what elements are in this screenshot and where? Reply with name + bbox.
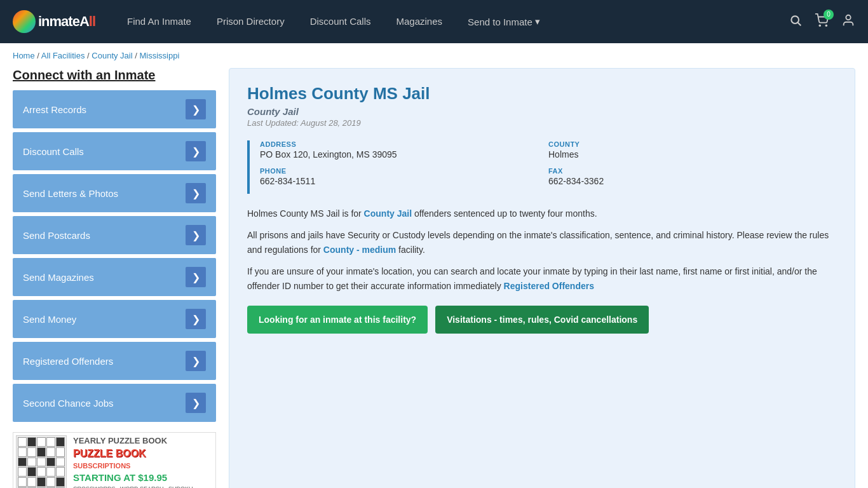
arrow-icon: ❯ [186, 183, 206, 203]
sidebar-ad[interactable]: YEARLY PUZZLE BOOK PUZZLE BOOK SUBSCRIPT… [13, 432, 216, 488]
sidebar-item-send-money[interactable]: Send Money ❯ [13, 300, 216, 338]
logo-icon [13, 10, 36, 33]
arrow-icon: ❯ [186, 141, 206, 161]
facility-type: County Jail [247, 106, 837, 117]
phone-value: 662-834-1511 [260, 176, 548, 186]
ad-puzzle-label: PUZZLE BOOK [73, 448, 207, 459]
arrow-icon: ❯ [186, 393, 206, 413]
facility-card: Holmes County MS Jail County Jail Last U… [229, 68, 855, 488]
county-medium-link[interactable]: County - medium [323, 245, 396, 255]
registered-offenders-link[interactable]: Registered Offenders [504, 281, 594, 291]
nav-prison-directory[interactable]: Prison Directory [217, 16, 285, 27]
ad-yearly-label: YEARLY PUZZLE BOOK [73, 436, 207, 445]
address-label: ADDRESS [260, 140, 548, 148]
arrow-icon: ❯ [186, 267, 206, 287]
ad-sub-label: SUBSCRIPTIONS [73, 462, 207, 470]
main-content: Connect with an Inmate Arrest Records ❯ … [0, 68, 868, 488]
county-value: Holmes [548, 149, 837, 159]
user-button[interactable] [841, 13, 855, 30]
ad-types-label: CROSSWORDS · WORD SEARCH · SUDOKU · BRAI… [73, 485, 207, 488]
visitations-button[interactable]: Visitations - times, rules, Covid cancel… [435, 306, 649, 334]
svg-point-2 [819, 25, 820, 26]
cart-button[interactable]: 0 [815, 13, 829, 30]
county-label: COUNTY [548, 140, 837, 148]
nav-send-to-inmate[interactable]: Send to Inmate ▾ [468, 16, 540, 27]
arrow-icon: ❯ [186, 225, 206, 245]
svg-point-0 [791, 16, 799, 24]
fax-cell: FAX 662-834-3362 [548, 167, 837, 186]
breadcrumb-all-facilities[interactable]: All Facilities [41, 51, 85, 60]
svg-line-1 [798, 22, 801, 25]
address-cell: ADDRESS PO Box 120, Lexington, MS 39095 [260, 140, 548, 159]
phone-label: PHONE [260, 167, 548, 175]
sidebar: Connect with an Inmate Arrest Records ❯ … [13, 68, 216, 488]
county-jail-link[interactable]: County Jail [364, 208, 412, 219]
find-inmate-button[interactable]: Looking for an inmate at this facility? [247, 306, 428, 334]
breadcrumb-home[interactable]: Home [13, 51, 35, 60]
crossword-graphic [16, 435, 67, 488]
search-icon [789, 14, 802, 27]
sidebar-item-registered-offenders[interactable]: Registered Offenders ❯ [13, 342, 216, 380]
action-buttons: Looking for an inmate at this facility? … [247, 306, 837, 334]
arrow-icon: ❯ [186, 99, 206, 119]
nav-magazines[interactable]: Magazines [397, 16, 443, 27]
nav-links: Find An Inmate Prison Directory Discount… [127, 16, 770, 27]
arrow-icon: ❯ [186, 309, 206, 329]
county-cell: COUNTY Holmes [548, 140, 837, 159]
logo-text: inmateAll [38, 13, 95, 30]
search-button[interactable] [789, 14, 802, 30]
breadcrumb-county-jail[interactable]: County Jail [92, 51, 132, 60]
navbar: inmateAll Find An Inmate Prison Director… [0, 0, 868, 43]
sidebar-item-send-postcards[interactable]: Send Postcards ❯ [13, 216, 216, 254]
nav-icons: 0 [789, 13, 855, 30]
sidebar-title: Connect with an Inmate [13, 68, 216, 83]
user-icon [841, 13, 855, 27]
ad-text: YEARLY PUZZLE BOOK PUZZLE BOOK SUBSCRIPT… [67, 432, 213, 488]
svg-point-3 [825, 25, 827, 26]
fax-value: 662-834-3362 [548, 176, 837, 186]
sidebar-item-send-magazines[interactable]: Send Magazines ❯ [13, 258, 216, 296]
sidebar-item-arrest-records[interactable]: Arrest Records ❯ [13, 90, 216, 128]
description-1: Holmes County MS Jail is for County Jail… [247, 207, 837, 220]
sidebar-item-send-letters-photos[interactable]: Send Letters & Photos ❯ [13, 174, 216, 212]
fax-label: FAX [548, 167, 837, 175]
svg-point-4 [846, 15, 850, 19]
nav-find-inmate[interactable]: Find An Inmate [127, 16, 191, 27]
logo[interactable]: inmateAll [13, 10, 95, 33]
nav-discount-calls[interactable]: Discount Calls [310, 16, 371, 27]
address-value: PO Box 120, Lexington, MS 39095 [260, 149, 548, 159]
ad-price-label: STARTING AT $19.95 [73, 472, 207, 483]
facility-info-grid: ADDRESS PO Box 120, Lexington, MS 39095 … [247, 140, 837, 194]
arrow-icon: ❯ [186, 351, 206, 371]
description-3: If you are unsure of your inmate's locat… [247, 264, 837, 293]
description-2: All prisons and jails have Security or C… [247, 228, 837, 257]
sidebar-item-discount-calls[interactable]: Discount Calls ❯ [13, 132, 216, 170]
facility-name: Holmes County MS Jail [247, 84, 837, 104]
phone-cell: PHONE 662-834-1511 [260, 167, 548, 186]
breadcrumb: Home / All Facilities / County Jail / Mi… [0, 43, 868, 68]
sidebar-item-second-chance-jobs[interactable]: Second Chance Jobs ❯ [13, 384, 216, 422]
cart-badge: 0 [824, 10, 834, 20]
facility-updated: Last Updated: August 28, 2019 [247, 118, 837, 128]
breadcrumb-state[interactable]: Mississippi [139, 51, 179, 60]
